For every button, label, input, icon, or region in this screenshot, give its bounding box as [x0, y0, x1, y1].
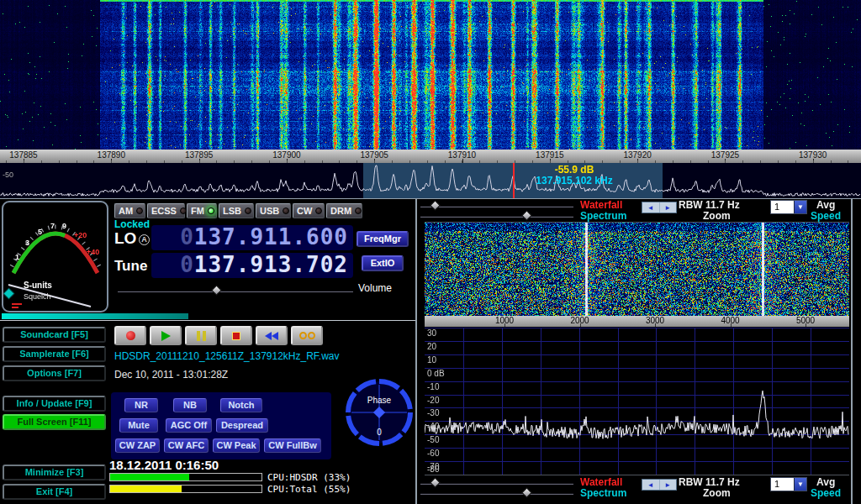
avg-label-2: Avg: [816, 476, 835, 488]
audio-spectrum-display[interactable]: [425, 328, 849, 475]
stop-button[interactable]: [220, 326, 252, 345]
mode-button-cw[interactable]: CW: [293, 203, 325, 218]
audio-axis-tick: [504, 323, 505, 327]
slider-thumb[interactable]: [522, 210, 533, 221]
nr-button[interactable]: NR: [124, 398, 158, 412]
mode-lamp: [315, 207, 322, 214]
fullscreen-button[interactable]: Full Screen [F11]: [3, 414, 106, 430]
mode-button-lsb[interactable]: LSB: [219, 203, 254, 218]
spectrum-label-2[interactable]: Spectrum: [580, 487, 626, 499]
loop-icon: [299, 332, 315, 339]
lo-frequency-display[interactable]: 0137.911.600: [151, 225, 353, 250]
mode-button-usb[interactable]: USB: [256, 203, 291, 218]
record-button[interactable]: [114, 326, 146, 345]
spin-right-icon[interactable]: ►: [660, 480, 677, 490]
tune-label: Tune: [114, 258, 147, 275]
nb-button[interactable]: NB: [173, 398, 207, 412]
spin-left-icon[interactable]: ◄: [642, 480, 660, 490]
mode-button-fm[interactable]: FM: [187, 203, 217, 218]
slider-thumb[interactable]: [430, 477, 441, 488]
cw-fullbw-button[interactable]: CW FullBw: [264, 438, 321, 453]
s-meter-scale-5: 5: [38, 228, 42, 236]
despread-button[interactable]: Despread: [216, 418, 268, 433]
mode-label: LSB: [223, 206, 241, 216]
waterfall-upper-slider[interactable]: [420, 201, 573, 211]
lo-lock-badge[interactable]: A: [139, 234, 150, 245]
tune-frequency-digits[interactable]: 137.913.702: [194, 252, 348, 277]
mode-button-am[interactable]: AM: [114, 203, 145, 218]
loop-button[interactable]: [291, 326, 323, 345]
mode-lamp: [208, 207, 214, 214]
cpu-hdsdr-label: CPU:HDSDR (33%): [267, 472, 351, 483]
panel-separator-vertical: [415, 199, 417, 504]
rbw-spinner-2[interactable]: ◄ ►: [642, 479, 677, 491]
slider-track: [420, 205, 573, 207]
audio-frequency-axis[interactable]: 10002000300040005000: [425, 316, 849, 327]
exit-button[interactable]: Exit [F4]: [3, 484, 106, 500]
freqmgr-button[interactable]: FreqMgr: [357, 231, 409, 247]
rf-spectrum-display[interactable]: [0, 163, 861, 198]
avg-combobox-value[interactable]: 1: [771, 201, 794, 213]
mode-button-ecss[interactable]: ECSS: [147, 203, 185, 218]
phase-label: Phase: [367, 396, 392, 405]
cursor-frequency-value: 137.915.102 kHz: [503, 176, 646, 186]
squelch-slider-thumb[interactable]: [3, 288, 14, 299]
record-icon: [126, 331, 135, 340]
display-controls-top: Waterfall Spectrum ◄ ► RBW 11.7 Hz Zoom …: [418, 199, 861, 223]
s-meter-scale-7: 7: [50, 222, 55, 230]
frequency-scale[interactable]: 1378851378901378951379001379051379101379…: [0, 150, 861, 163]
mode-label: AM: [119, 206, 133, 216]
combobox-dropdown-icon[interactable]: ▼: [794, 478, 806, 491]
recording-filename: HDSDR_20111210_125611Z_137912kHz_RF.wav: [114, 350, 340, 362]
avg-combobox[interactable]: 1 ▼: [770, 200, 807, 214]
cw-zap-button[interactable]: CW ZAP: [115, 438, 160, 453]
cw-afc-button[interactable]: CW AFC: [164, 438, 209, 453]
waterfall-upper-slider-2[interactable]: [420, 478, 573, 488]
rf-spectrum-strip[interactable]: -50 -55.9 dB 137.915.102 kHz: [0, 163, 861, 198]
agc-off-button[interactable]: AGC Off: [166, 418, 212, 433]
main-waterfall-display[interactable]: [0, 0, 861, 150]
panel-separator-right: [851, 199, 853, 504]
soundcard-button[interactable]: Soundcard [F5]: [3, 327, 106, 343]
minimize-button[interactable]: Minimize [F3]: [3, 465, 106, 480]
extio-button[interactable]: ExtIO: [362, 255, 404, 271]
spin-left-icon[interactable]: ◄: [642, 202, 660, 213]
level-bar[interactable]: [2, 313, 188, 319]
rbw-label-2: RBW 11.7 Hz: [679, 476, 740, 488]
volume-slider-thumb[interactable]: [211, 285, 222, 296]
combobox-dropdown-icon[interactable]: ▼: [794, 201, 806, 213]
mode-lamp: [136, 207, 143, 214]
notch-button[interactable]: Notch: [220, 398, 262, 412]
stop-icon: [232, 332, 240, 340]
waterfall-label-2[interactable]: Waterfall: [580, 476, 622, 488]
pause-button[interactable]: [185, 326, 217, 345]
info-update-button[interactable]: Info / Update [F9]: [3, 396, 106, 412]
mode-button-drm[interactable]: DRM: [326, 203, 362, 218]
volume-slider[interactable]: [118, 286, 353, 296]
tune-frequency-display[interactable]: 0137.913.702: [151, 253, 353, 278]
lo-frequency-leading-zero: 0: [180, 224, 194, 249]
mute-button[interactable]: Mute: [119, 418, 158, 433]
samplerate-button[interactable]: Samplerate [F6]: [3, 346, 106, 362]
slider-thumb[interactable]: [522, 487, 533, 498]
lo-frequency-digits[interactable]: 137.911.600: [194, 224, 348, 249]
spectrum-lower-slider[interactable]: [420, 211, 573, 221]
cw-peak-button[interactable]: CW Peak: [213, 438, 260, 453]
avg-combobox-value[interactable]: 1: [771, 478, 794, 491]
slider-thumb[interactable]: [430, 200, 441, 211]
spectrum-db-scale-label: -50: [3, 171, 13, 179]
rewind-icon: [265, 332, 278, 340]
spectrum-label[interactable]: Spectrum: [580, 210, 626, 222]
audio-waterfall-display[interactable]: [425, 222, 849, 316]
pause-icon: [197, 331, 206, 341]
mode-label: ECSS: [151, 206, 177, 216]
rewind-button[interactable]: [256, 326, 288, 345]
avg-combobox-2[interactable]: 1 ▼: [770, 477, 807, 491]
play-button[interactable]: [150, 326, 182, 345]
waterfall-label[interactable]: Waterfall: [580, 199, 622, 211]
rbw-spinner[interactable]: ◄ ►: [642, 202, 677, 213]
spectrum-lower-slider-2[interactable]: [420, 488, 573, 498]
spin-right-icon[interactable]: ►: [660, 202, 677, 213]
options-button[interactable]: Options [F7]: [3, 365, 106, 381]
mode-lamp: [355, 207, 362, 214]
